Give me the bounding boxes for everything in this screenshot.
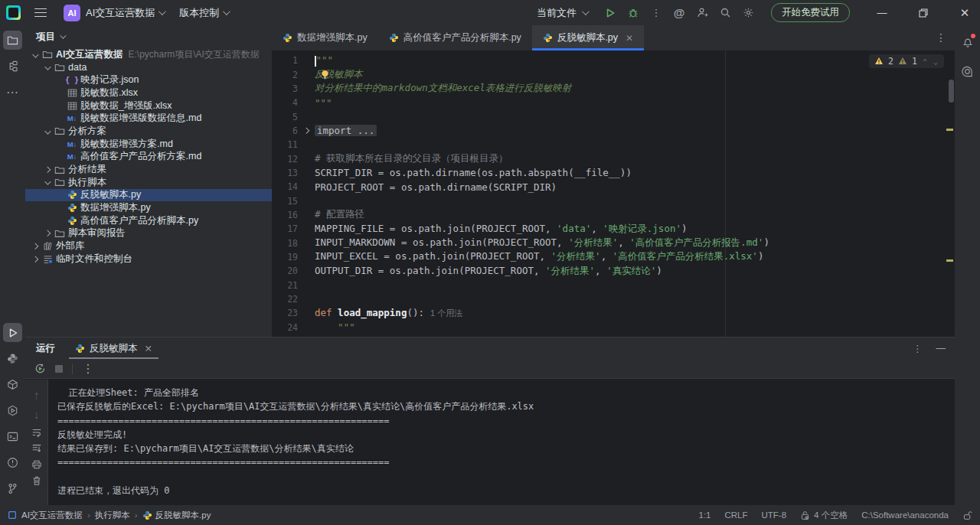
breadcrumb-item[interactable]: 执行脚本 [95,510,130,521]
vcs-selector[interactable]: 版本控制 [173,3,234,23]
editor-tab[interactable]: 高价值客户产品分析脚本.py [378,25,532,51]
python-packages-tool-icon[interactable] [3,375,22,394]
start-free-trial-button[interactable]: 开始免费试用 [771,3,850,22]
tree-item[interactable]: data [25,61,272,74]
code-line[interactable]: 24 """ [272,321,955,334]
code-line[interactable]: 17MAPPING_FILE = os.path.join(PROJECT_RO… [272,222,955,236]
code-line[interactable]: 2反脱敏脚本 [272,67,955,81]
run-panel-options-kebab-icon[interactable]: ⋮ [913,343,923,354]
editor-tab[interactable]: 数据增强脚本.py [272,25,378,51]
stop-button[interactable] [55,365,63,373]
debug-button[interactable] [627,7,639,19]
file-encoding[interactable]: UTF-8 [762,510,787,520]
run-panel-minimize-icon[interactable]: — [936,343,946,354]
structure-tool-icon[interactable] [3,57,22,76]
chevron-down-icon[interactable] [30,53,41,57]
window-close-button[interactable]: ✕ [949,0,980,25]
project-tool-icon[interactable] [3,31,22,50]
tree-item[interactable]: { }映射记录.json [25,73,272,86]
problems-tool-icon[interactable] [3,453,22,472]
tree-item[interactable]: 分析方案 [25,125,272,138]
chevron-down-icon[interactable] [42,180,53,184]
tree-item[interactable]: 临时文件和控制台 [25,253,272,266]
clear-console-trash-icon[interactable] [31,475,42,486]
run-tool-icon[interactable] [3,323,22,342]
breadcrumb-item[interactable]: 反脱敏脚本.py [155,510,211,521]
code-line[interactable]: 6import ... [272,124,955,138]
indent-style[interactable]: 4 个空格 [800,510,848,521]
breadcrumb-item[interactable]: AI交互运营数据 [21,510,83,521]
run-configuration-selector[interactable]: 当前文件 [531,3,593,23]
close-icon[interactable]: ✕ [626,33,633,44]
services-tool-icon[interactable] [3,401,22,420]
chevron-right-icon[interactable] [42,231,53,236]
tree-item[interactable]: 数据增强脚本.py [25,201,272,214]
window-restore-button[interactable] [908,0,939,25]
editor-tab[interactable]: 反脱敏脚本.py✕ [532,25,644,51]
search-icon[interactable] [719,7,731,19]
run-tab[interactable]: 反脱敏脚本 ✕ [66,338,162,359]
code-line[interactable]: 13SCRIPT_DIR = os.path.dirname(os.path.a… [272,166,955,180]
tree-item[interactable]: M↓高价值客户产品分析方案.md [25,151,272,164]
python-console-tool-icon[interactable] [3,349,22,368]
chevron-right-icon[interactable] [30,244,41,249]
chevron-right-icon[interactable] [30,257,41,262]
close-icon[interactable]: ✕ [145,343,152,354]
terminal-tool-icon[interactable] [3,427,22,446]
tree-item[interactable]: AI交互运营数据E:\pycharm项目\AI交互运营数据 [25,48,272,61]
code-line[interactable]: 20OUTPUT_DIR = os.path.join(PROJECT_ROOT… [272,264,955,278]
tree-item[interactable]: 脱敏数据.xlsx [25,86,272,99]
tree-item[interactable]: M↓脱敏数据增强方案.md [25,138,272,151]
console-options-kebab-icon[interactable]: ⋮ [82,361,94,376]
tree-item[interactable]: 执行脚本 [25,176,272,189]
code-line[interactable]: 18INPUT_MARKDOWN = os.path.join(PROJECT_… [272,236,955,249]
code-line[interactable]: 19INPUT_EXCEL = os.path.join(PROJECT_ROO… [272,250,955,264]
intention-bulb-icon[interactable] [321,70,329,80]
code-line[interactable]: 5 [272,109,955,123]
code-line[interactable]: 14PROJECT_ROOT = os.path.dirname(SCRIPT_… [272,180,955,194]
line-separator[interactable]: CRLF [724,510,747,520]
more-tool-windows-icon[interactable]: ⋯ [3,83,22,102]
code-line[interactable]: 21 [272,279,955,292]
project-panel-header[interactable]: 项目 [25,25,272,48]
add-user-icon[interactable] [696,7,708,19]
main-menu-icon[interactable] [34,8,47,18]
up-stacktrace-icon[interactable]: ↑ [34,389,40,403]
soft-wrap-icon[interactable] [31,427,42,438]
rerun-button[interactable] [34,363,46,374]
code-editor[interactable]: 2 1 ⌃ ⌄ 1"""2反脱敏脚本3对分析结果中的markdown文档和exc… [272,51,955,337]
tree-item[interactable]: 脱敏数据_增强版.xlsx [25,99,272,112]
print-icon[interactable] [31,459,42,470]
code-line[interactable]: 1""" [272,54,955,67]
code-line[interactable]: 3对分析结果中的markdown文档和excel表格进行反脱敏映射 [272,82,955,96]
code-line[interactable]: 12# 获取脚本所在目录的父目录（项目根目录） [272,152,955,165]
console-output[interactable]: 正在处理Sheet: 产品全部排名已保存反脱敏后的Excel: E:\pycha… [48,380,955,505]
tree-item[interactable]: 反脱敏脚本.py [25,189,272,202]
settings-gear-icon[interactable] [742,7,754,19]
code-line[interactable]: 16# 配置路径 [272,208,955,222]
notifications-bell-icon[interactable] [958,32,977,51]
tree-item[interactable]: 脚本审阅报告 [25,227,272,240]
tree-item[interactable]: 外部库 [25,240,272,253]
fold-indicator-icon[interactable] [298,129,315,133]
version-control-tool-icon[interactable] [3,479,22,498]
run-button[interactable] [604,7,616,19]
code-line[interactable]: 4""" [272,96,955,109]
more-actions-kebab-icon[interactable]: ⋮ [650,7,662,19]
tree-item[interactable]: M↓脱敏数据增强版数据信息.md [25,112,272,125]
code-line[interactable]: 22 [272,292,955,306]
code-line[interactable]: 23def load_mapping():1 个用法 [272,306,955,320]
project-selector[interactable]: AI AI交互运营数据 [57,2,170,24]
unlocked-icon[interactable] [962,510,972,520]
down-stacktrace-icon[interactable]: ↓ [34,408,40,422]
chevron-down-icon[interactable] [42,129,53,134]
code-line[interactable]: 11 [272,138,955,152]
ai-assistant-icon[interactable] [958,62,977,81]
tab-options-kebab-icon[interactable]: ⋮ [936,31,947,44]
tree-item[interactable]: 高价值客户产品分析脚本.py [25,214,272,227]
python-interpreter[interactable]: C:\Software\anaconda [861,510,949,520]
chevron-down-icon[interactable] [42,65,53,70]
ai-chat-icon[interactable]: @ [673,7,685,19]
scroll-to-end-icon[interactable] [31,443,42,454]
tree-item[interactable]: 分析结果 [25,163,272,176]
